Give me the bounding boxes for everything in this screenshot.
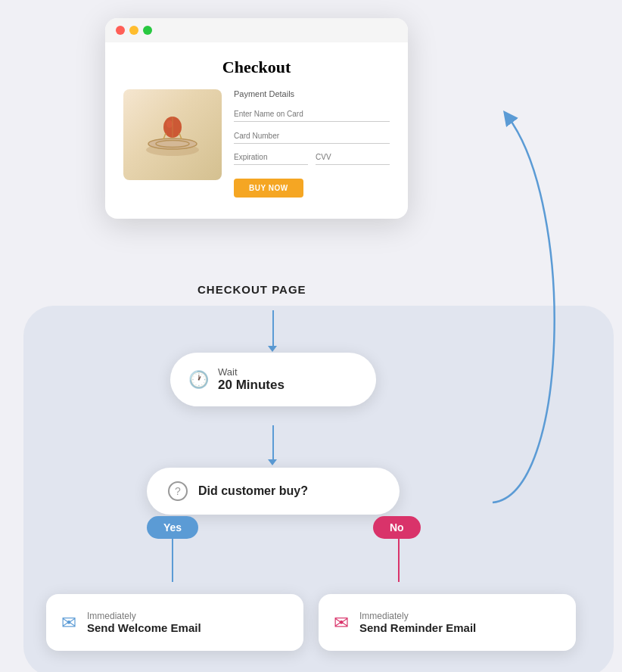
reminder-email-box: ✉ Immediately Send Reminder Email — [319, 594, 576, 651]
wait-text: Wait 20 Minutes — [218, 366, 285, 393]
connector-checkout-wait — [272, 310, 274, 350]
yes-badge: Yes — [147, 516, 198, 539]
reminder-email-small: Immediately — [359, 611, 476, 621]
question-icon: ? — [168, 481, 188, 501]
connector-no — [398, 533, 400, 582]
buy-now-button[interactable]: BUY NOW — [234, 179, 303, 198]
connector-wait-condition — [272, 425, 274, 463]
arrow-head-1 — [268, 346, 277, 352]
action-row: ✉ Immediately Send Welcome Email ✉ Immed… — [46, 594, 576, 651]
form-row-expiry-cvv — [234, 150, 390, 171]
wait-box: 🕐 Wait 20 Minutes — [170, 353, 376, 406]
condition-text: Did customer buy? — [198, 484, 308, 498]
welcome-email-small: Immediately — [87, 611, 201, 621]
welcome-email-box: ✉ Immediately Send Welcome Email — [46, 594, 303, 651]
svg-point-4 — [166, 120, 173, 128]
payment-details-label: Payment Details — [234, 89, 390, 98]
browser-window: Checkout — [105, 18, 408, 219]
clock-icon: 🕐 — [188, 370, 209, 390]
expiry-field[interactable] — [234, 150, 308, 165]
arrow-head-2 — [268, 459, 277, 465]
no-badge: No — [373, 516, 421, 539]
minimize-dot — [129, 26, 138, 35]
welcome-email-large: Send Welcome Email — [87, 621, 201, 634]
reminder-email-text: Immediately Send Reminder Email — [359, 611, 476, 634]
name-field[interactable] — [234, 107, 390, 122]
close-dot — [116, 26, 125, 35]
checkout-page-label: CHECKOUT PAGE — [197, 283, 306, 296]
connector-yes — [172, 533, 173, 582]
product-image — [123, 89, 222, 180]
checkout-title: Checkout — [123, 58, 390, 77]
browser-titlebar — [105, 18, 408, 42]
cvv-field[interactable] — [316, 150, 390, 165]
wait-value: 20 Minutes — [218, 378, 285, 393]
email-icon-pink: ✉ — [334, 612, 349, 633]
email-icon-blue: ✉ — [61, 612, 76, 633]
reminder-email-large: Send Reminder Email — [359, 621, 476, 634]
wait-label: Wait — [218, 366, 285, 378]
welcome-email-text: Immediately Send Welcome Email — [87, 611, 201, 634]
browser-content: Checkout — [105, 42, 408, 219]
checkout-form: Payment Details BUY NOW — [234, 89, 390, 198]
maximize-dot — [143, 26, 152, 35]
checkout-body: Payment Details BUY NOW — [123, 89, 390, 198]
card-field[interactable] — [234, 129, 390, 144]
condition-box: ? Did customer buy? — [147, 468, 400, 515]
